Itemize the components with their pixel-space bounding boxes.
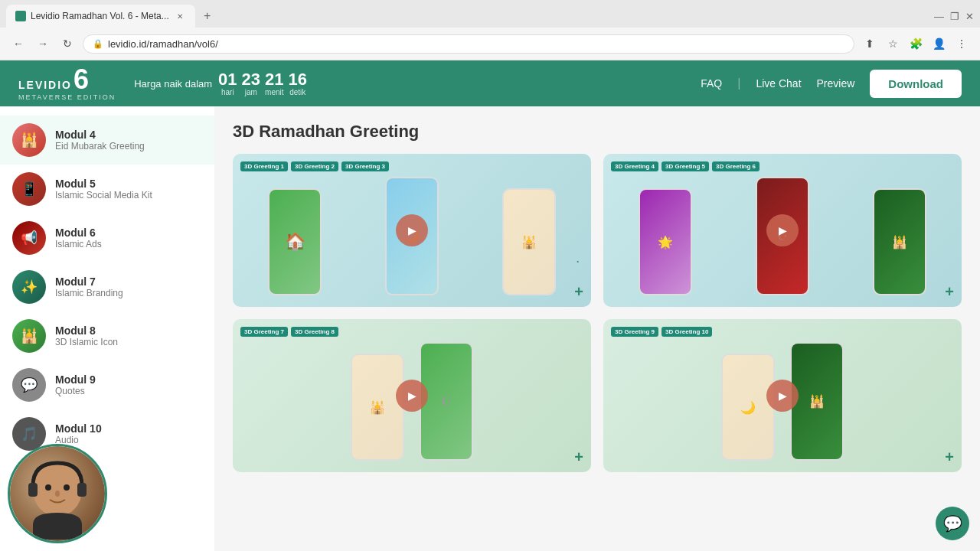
face-svg — [11, 448, 103, 540]
tags-row-1: 3D Greeting 1 3D Greeting 2 3D Greeting … — [240, 161, 389, 171]
download-button[interactable]: Download — [870, 70, 962, 98]
window-controls: — ❐ ✕ — [934, 11, 974, 22]
svg-rect-1 — [28, 483, 38, 497]
bookmark-button[interactable]: ☆ — [884, 34, 902, 53]
hours-label: jam — [242, 88, 260, 96]
tag-2-1: 3D Greeting 4 — [611, 161, 658, 171]
nav-divider-1: | — [737, 77, 740, 90]
sidebar-item-modul7[interactable]: ✨ Modul 7 Islamic Branding — [0, 262, 214, 311]
video-card-3: 3D Greeting 7 3D Greeting 8 🕌 — [233, 319, 591, 472]
section-title: 3D Ramadhan Greeting — [233, 122, 962, 142]
share-button[interactable]: ⬆ — [861, 34, 879, 53]
site-header: LEVIDIO 6 METAVERSE EDITION Harga naik d… — [0, 60, 980, 106]
countdown-days: 01 hari — [218, 71, 237, 96]
modul9-title: Modul 9 — [55, 373, 96, 386]
modul8-avatar: 🕌 — [12, 319, 46, 353]
menu-button[interactable]: ⋮ — [952, 34, 971, 53]
tab-close-button[interactable]: ✕ — [174, 10, 186, 22]
tag-2-3: 3D Greeting 6 — [712, 161, 760, 171]
phone-screen-1: 🏠 — [270, 190, 320, 294]
modul5-avatar: 📱 — [12, 172, 46, 206]
video-grid: 3D Greeting 1 3D Greeting 2 3D Greeting … — [233, 154, 962, 472]
minutes-number: 21 — [265, 71, 283, 88]
svg-point-0 — [33, 463, 82, 517]
close-button[interactable]: ✕ — [965, 11, 974, 22]
tag-4-1: 3D Greeting 9 — [611, 327, 658, 337]
back-button[interactable]: ← — [9, 34, 28, 53]
tag-2-2: 3D Greeting 5 — [662, 161, 709, 171]
days-number: 01 — [218, 71, 237, 88]
svg-point-4 — [64, 484, 70, 491]
modul7-subtitle: Islamic Branding — [55, 288, 123, 298]
logo-area: LEVIDIO 6 METAVERSE EDITION — [18, 66, 116, 101]
tag-1-1: 3D Greeting 1 — [240, 161, 288, 171]
sidebar-item-modul9[interactable]: 💬 Modul 9 Quotes — [0, 360, 214, 409]
browser-chrome: Levidio Ramadhan Vol. 6 - Meta... ✕ + — … — [0, 0, 980, 60]
corner-plus-1: + — [574, 283, 583, 301]
modul5-subtitle: Islamic Social Media Kit — [55, 190, 152, 201]
webcam-overlay — [8, 444, 107, 543]
tag-3-1: 3D Greeting 7 — [240, 327, 288, 337]
profile-button[interactable]: 👤 — [929, 34, 948, 53]
minimize-button[interactable]: — — [934, 11, 944, 22]
phone-mock-3: 🕌 — [502, 188, 556, 295]
sidebar-item-modul5[interactable]: 📱 Modul 5 Islamic Social Media Kit — [0, 165, 214, 214]
modul5-title: Modul 5 — [55, 178, 152, 190]
new-tab-button[interactable]: + — [198, 7, 217, 25]
sidebar-item-modul4[interactable]: 🕌 Modul 4 Eid Mubarak Greeting — [0, 116, 214, 165]
modul7-avatar: ✨ — [12, 270, 46, 304]
forward-button[interactable]: → — [34, 34, 52, 53]
play-button-1[interactable]: ▶ — [396, 214, 428, 246]
modul6-avatar: 📢 — [12, 221, 46, 255]
countdown-seconds: 16 detik — [289, 71, 307, 96]
phone-screen-10: 🕌 — [792, 344, 842, 459]
live-chat-link[interactable]: Live Chat — [756, 77, 801, 90]
phone-mock-7: 🕌 — [351, 354, 404, 461]
browser-tab[interactable]: Levidio Ramadhan Vol. 6 - Meta... ✕ — [6, 5, 195, 28]
video-card-2: 3D Greeting 4 3D Greeting 5 3D Greeting … — [603, 154, 962, 307]
lock-icon: 🔒 — [93, 39, 103, 49]
play-button-4[interactable]: ▶ — [766, 380, 799, 412]
modul6-subtitle: Islamic Ads — [55, 239, 102, 249]
modul8-title: Modul 8 — [55, 324, 118, 337]
tab-bar: Levidio Ramadhan Vol. 6 - Meta... ✕ + — … — [0, 0, 980, 28]
modul4-title: Modul 4 — [55, 129, 145, 141]
phone-screen-8: ☪ — [421, 344, 472, 459]
countdown-hours: 23 jam — [242, 71, 260, 96]
modul7-text: Modul 7 Islamic Branding — [55, 276, 123, 298]
modul9-text: Modul 9 Quotes — [55, 373, 96, 396]
chat-bubble-button[interactable]: 💬 — [936, 507, 969, 540]
phone-mock-4: 🌟 — [639, 188, 692, 295]
phone-screen-9: 🌙 — [723, 355, 773, 459]
phone-mock-6: 🕌 — [873, 188, 926, 295]
sidebar-item-modul6[interactable]: 📢 Modul 6 Islamic Ads — [0, 214, 214, 262]
phone-mock-1: 🏠 — [268, 188, 322, 295]
preview-link[interactable]: Preview — [817, 77, 855, 90]
url-bar[interactable]: 🔒 levidio.id/ramadhan/vol6/ — [83, 34, 854, 54]
tags-row-2: 3D Greeting 4 3D Greeting 5 3D Greeting … — [611, 161, 760, 171]
play-button-3[interactable]: ▶ — [396, 380, 428, 412]
faq-link[interactable]: FAQ — [701, 77, 722, 90]
header-nav: FAQ | Live Chat Preview Download — [701, 70, 962, 98]
maximize-button[interactable]: ❐ — [950, 11, 959, 22]
content-area: 3D Ramadhan Greeting 3D Greeting 1 3D Gr… — [214, 106, 980, 551]
play-button-2[interactable]: ▶ — [766, 214, 799, 246]
phone-screen-7: 🕌 — [352, 355, 403, 459]
address-bar: ← → ↻ 🔒 levidio.id/ramadhan/vol6/ ⬆ ☆ 🧩 … — [0, 28, 980, 60]
modul4-text: Modul 4 Eid Mubarak Greeting — [55, 129, 145, 152]
seconds-number: 16 — [289, 71, 307, 88]
tab-title: Levidio Ramadhan Vol. 6 - Meta... — [31, 11, 169, 21]
modul6-title: Modul 6 — [55, 227, 102, 239]
corner-dot-1: • — [577, 258, 579, 265]
seconds-label: detik — [289, 88, 307, 96]
main-content: 🕌 Modul 4 Eid Mubarak Greeting 📱 Modul 5… — [0, 106, 980, 551]
modul4-subtitle: Eid Mubarak Greeting — [55, 141, 145, 152]
modul10-text: Modul 10 Audio — [55, 422, 102, 445]
svg-point-5 — [55, 491, 60, 497]
refresh-button[interactable]: ↻ — [58, 34, 77, 53]
sidebar-item-modul8[interactable]: 🕌 Modul 8 3D Islamic Icon — [0, 311, 214, 360]
tags-row-4: 3D Greeting 9 3D Greeting 10 — [611, 327, 712, 337]
modul8-text: Modul 8 3D Islamic Icon — [55, 324, 118, 347]
extensions-button[interactable]: 🧩 — [906, 34, 925, 53]
tab-favicon — [15, 11, 26, 21]
